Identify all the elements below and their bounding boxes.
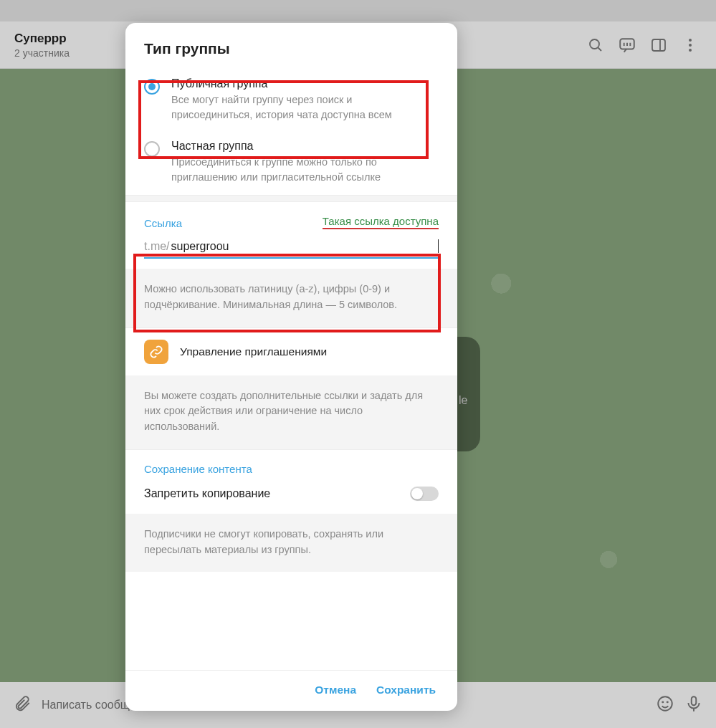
radio-private-desc: Присоединиться к группе можно только по … — [171, 155, 401, 185]
manage-invites-button[interactable]: Управление приглашениями — [125, 328, 457, 375]
text-cursor — [438, 239, 439, 253]
annotation-highlight — [138, 80, 429, 159]
content-section-title: Сохранение контента — [125, 450, 457, 479]
link-icon — [144, 340, 168, 364]
forbid-copy-hint: Подписчики не смогут копировать, сохраня… — [125, 514, 457, 573]
forbid-copy-label: Запретить копирование — [144, 487, 270, 500]
save-button[interactable]: Сохранить — [376, 684, 436, 696]
invites-hint: Вы можете создать дополнительные ссылки … — [125, 375, 457, 450]
annotation-highlight — [133, 254, 441, 332]
forbid-copy-toggle[interactable] — [410, 487, 439, 501]
link-label: Ссылка — [144, 217, 182, 229]
manage-invites-label: Управление приглашениями — [180, 345, 327, 358]
link-availability-status: Такая ссылка доступна — [323, 215, 439, 229]
cancel-button[interactable]: Отмена — [315, 684, 356, 696]
link-prefix: t.me/ — [144, 240, 170, 253]
modal-title: Тип группы — [125, 23, 457, 67]
link-input[interactable]: supergroou — [170, 240, 438, 253]
